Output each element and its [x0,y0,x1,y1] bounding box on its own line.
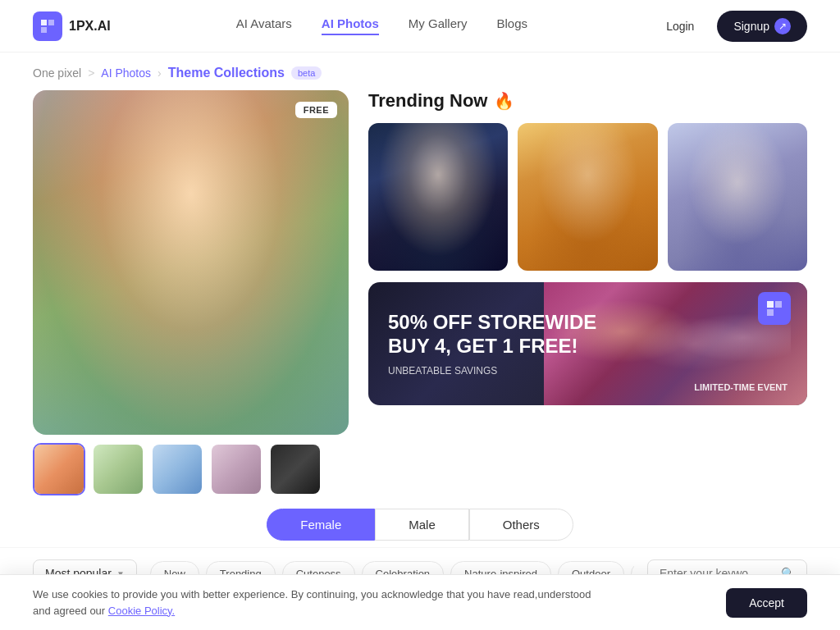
thumbnail-5[interactable] [269,443,322,495]
breadcrumb: One pixel > AI Photos › Theme Collection… [0,52,840,90]
navigation: 1PX.AI AI Avatars AI Photos My Gallery B… [0,0,840,52]
breadcrumb-separator-2: › [158,66,162,80]
filter-others[interactable]: Others [469,509,573,541]
nav-actions: Login Signup ↗ [653,11,807,42]
nav-blogs[interactable]: Blogs [497,16,528,35]
promo-event-label: LIMITED-TIME EVENT [694,382,788,392]
nav-ai-avatars[interactable]: AI Avatars [236,16,292,35]
promo-text: 50% OFF STOREWIDE BUY 4, GET 1 FREE! UNB… [368,311,616,377]
promo-subtitle: UNBEATABLE SAVINGS [388,365,596,377]
svg-rect-5 [767,309,774,316]
thumbnail-4[interactable] [210,443,262,495]
nav-ai-photos[interactable]: AI Photos [322,16,379,35]
beta-badge: beta [291,66,322,80]
svg-rect-4 [775,301,782,308]
trending-title: Trending Now 🔥 [368,90,807,112]
cookie-policy-link[interactable]: Cookie Policy. [108,605,175,617]
filter-tabs: Female Male Others [0,509,840,541]
breadcrumb-separator: > [88,66,94,80]
accept-cookie-button[interactable]: Accept [726,588,807,618]
right-panel: Trending Now 🔥 50% OFF STOREWIDE BUY 4, … [368,90,807,495]
thumbnail-2[interactable] [92,443,144,495]
svg-rect-0 [41,20,47,25]
hero-container: FREE [33,90,349,495]
trending-image-3[interactable] [668,123,807,271]
filter-male[interactable]: Male [375,509,469,541]
thumbnail-strip [33,443,349,495]
breadcrumb-theme-collections[interactable]: Theme Collections [168,66,285,80]
logo-icon [33,11,62,41]
promo-title-line1: 50% OFF STOREWIDE [388,311,596,335]
promo-banner[interactable]: 50% OFF STOREWIDE BUY 4, GET 1 FREE! UNB… [368,282,807,405]
thumbnail-3[interactable] [151,443,203,495]
promo-title-line2: BUY 4, GET 1 FREE! [388,335,596,358]
hero-free-badge: FREE [295,102,337,118]
logo-text: 1PX.AI [69,19,111,34]
svg-rect-1 [48,20,54,25]
svg-rect-3 [767,301,774,308]
logo[interactable]: 1PX.AI [33,11,111,41]
trending-images [368,123,807,271]
signup-arrow-icon: ↗ [774,18,791,34]
hero-image-inner [33,90,349,435]
nav-links: AI Avatars AI Photos My Gallery Blogs [236,16,527,35]
hero-image[interactable]: FREE [33,90,349,435]
thumbnail-image-5 [271,445,320,494]
trending-image-1[interactable] [368,123,508,271]
cookie-banner: We use cookies to provide you with bette… [0,574,840,630]
filter-female[interactable]: Female [267,509,375,541]
thumbnail-image-2 [94,445,143,494]
fire-icon: 🔥 [494,91,514,111]
cookie-text: We use cookies to provide you with bette… [33,587,607,619]
promo-logo [758,292,791,325]
thumbnail-image-3 [153,445,202,494]
svg-rect-2 [41,27,47,33]
signup-button[interactable]: Signup ↗ [717,11,807,42]
thumbnail-1[interactable] [33,443,85,495]
thumbnail-image-4 [212,445,261,494]
trending-image-2[interactable] [518,123,657,271]
breadcrumb-root[interactable]: One pixel [33,66,81,80]
main-content: FREE Trending Now 🔥 [0,90,840,495]
breadcrumb-ai-photos[interactable]: AI Photos [101,66,151,80]
login-button[interactable]: Login [653,13,707,39]
thumbnail-image-1 [34,445,84,494]
nav-my-gallery[interactable]: My Gallery [409,16,468,35]
